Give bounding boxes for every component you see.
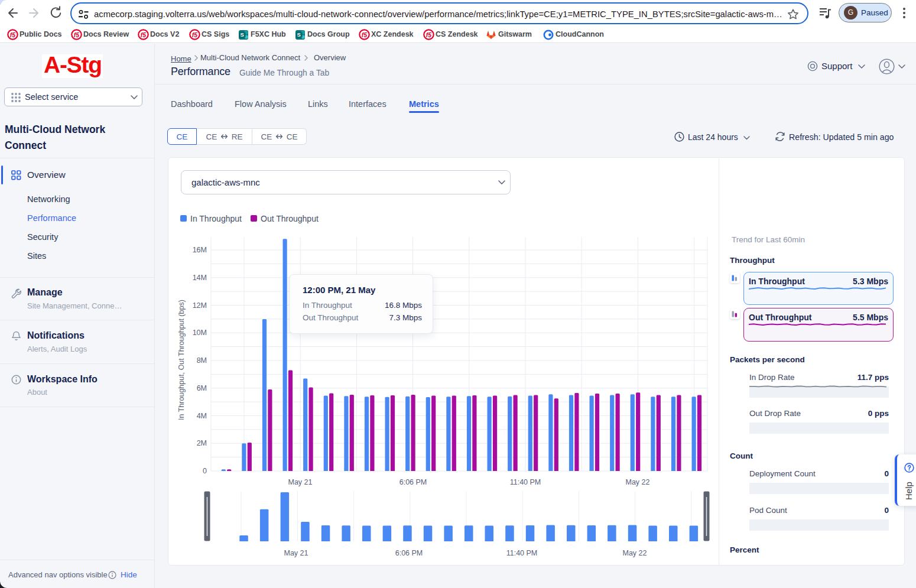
svg-text:May 22: May 22 — [626, 478, 650, 486]
svg-text:S: S — [241, 31, 244, 38]
svg-text:f5: f5 — [10, 31, 15, 38]
svg-text:f5: f5 — [192, 31, 197, 38]
svg-text:2M: 2M — [197, 439, 207, 447]
svg-text:11:40 PM: 11:40 PM — [506, 549, 538, 557]
svg-text:S: S — [297, 31, 301, 38]
svg-text:11:40 PM: 11:40 PM — [510, 478, 541, 486]
svg-text:f5: f5 — [426, 31, 431, 38]
svg-text:14M: 14M — [193, 274, 207, 282]
svg-text:May 21: May 21 — [288, 478, 313, 486]
svg-text:0: 0 — [203, 467, 207, 475]
svg-text:16M: 16M — [193, 246, 207, 254]
svg-text:12M: 12M — [193, 301, 207, 310]
svg-text:6:06 PM: 6:06 PM — [399, 478, 427, 486]
svg-text:8M: 8M — [197, 356, 207, 365]
svg-text:May 22: May 22 — [623, 549, 647, 557]
svg-text:10M: 10M — [193, 329, 207, 337]
svg-text:f5: f5 — [141, 31, 146, 38]
svg-text:f5: f5 — [362, 31, 367, 38]
svg-text:6M: 6M — [197, 384, 207, 392]
svg-text:4M: 4M — [197, 412, 207, 420]
svg-text:In Throughput, Out Throughput: In Throughput, Out Throughput (bps) — [177, 300, 186, 420]
svg-text:f5: f5 — [74, 31, 79, 38]
svg-text:6:06 PM: 6:06 PM — [395, 549, 423, 557]
svg-text:May 21: May 21 — [284, 549, 308, 557]
